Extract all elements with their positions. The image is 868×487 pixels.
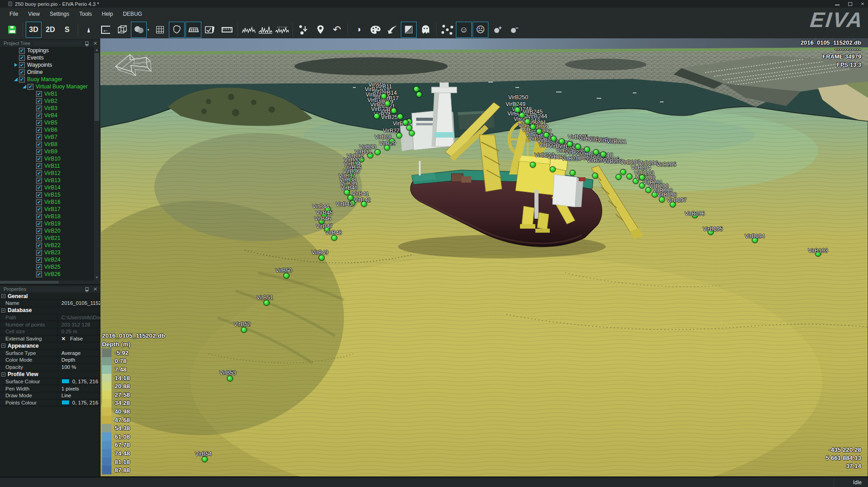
save-button[interactable] bbox=[4, 22, 20, 38]
buoy-marker-virb52[interactable] bbox=[241, 327, 247, 333]
property-value[interactable]: 100 % bbox=[58, 364, 100, 371]
property-value[interactable]: 0, 175, 216 bbox=[58, 400, 100, 406]
tree-item-toppings[interactable]: ✔Toppings bbox=[0, 47, 93, 54]
checkbox[interactable]: ✔ bbox=[36, 134, 42, 140]
property-row-cell-size[interactable]: Cell size0.25 m bbox=[0, 328, 100, 335]
back-view-button[interactable]: ← bbox=[97, 22, 113, 38]
tree-item-virb1[interactable]: ✔VirB1 bbox=[0, 90, 93, 97]
buoy-marker[interactable] bbox=[385, 101, 390, 106]
close-button[interactable]: ✕ bbox=[860, 1, 865, 7]
layers-dropdown-button[interactable]: ▾ bbox=[147, 22, 152, 38]
buoy-marker-virb28[interactable] bbox=[389, 138, 395, 144]
buoy-marker[interactable] bbox=[530, 162, 536, 168]
grid-button[interactable] bbox=[152, 22, 168, 38]
tree-item-virb24[interactable]: ✔VirB24 bbox=[0, 256, 93, 263]
buoy-marker-virb53[interactable] bbox=[227, 376, 233, 381]
buoy-marker-virb45[interactable] bbox=[321, 212, 327, 218]
scrollbar-thumb[interactable] bbox=[94, 53, 99, 121]
tree-item-virb9[interactable]: ✔VirB9 bbox=[0, 148, 93, 155]
buoy-marker[interactable] bbox=[550, 166, 556, 172]
checkbox[interactable]: ✔ bbox=[36, 106, 42, 111]
property-row-color-mode[interactable]: Color ModeDepth bbox=[0, 357, 100, 364]
menu-item-file[interactable]: File bbox=[5, 9, 23, 19]
buoy-marker[interactable] bbox=[600, 152, 606, 157]
buoy-marker[interactable] bbox=[584, 147, 590, 152]
pin-icon[interactable] bbox=[85, 287, 88, 291]
tree-item-virb12[interactable]: ✔VirB12 bbox=[0, 170, 93, 177]
property-value[interactable]: 0, 175, 216 bbox=[58, 378, 100, 385]
tree-item-virb18[interactable]: ✔VirB18 bbox=[0, 213, 93, 220]
property-value[interactable]: Line bbox=[58, 392, 100, 399]
pin-icon[interactable] bbox=[85, 41, 88, 46]
checkbox[interactable]: ✔ bbox=[36, 235, 42, 241]
property-value[interactable]: C:\Users\mfs\Documen bbox=[58, 314, 100, 321]
property-row-name[interactable]: Name2016_0105_115202.db bbox=[0, 300, 100, 307]
chevron-expanded-icon[interactable] bbox=[21, 85, 28, 88]
checkbox[interactable]: ✔ bbox=[36, 156, 42, 162]
tree-item-online[interactable]: ✔Online bbox=[0, 69, 93, 76]
tree-item-virb6[interactable]: ✔VirB6 bbox=[0, 126, 93, 133]
section-database[interactable]: −Database bbox=[0, 307, 100, 314]
ghost-button[interactable] bbox=[418, 22, 433, 38]
tree-item-virb14[interactable]: ✔VirB14 bbox=[0, 184, 93, 191]
view-3d-button[interactable]: 3D bbox=[26, 22, 42, 38]
tree-item-virb25[interactable]: ✔VirB25 bbox=[0, 263, 93, 271]
scatter-points-button[interactable] bbox=[439, 22, 455, 38]
scroll-up-icon[interactable]: ▲ bbox=[94, 47, 100, 53]
collapse-icon[interactable]: − bbox=[1, 372, 5, 377]
tree-item-virb5[interactable]: ✔VirB5 bbox=[0, 119, 93, 126]
buoy-marker-virb46[interactable] bbox=[319, 218, 325, 224]
buoy-marker-virb54[interactable] bbox=[202, 456, 208, 462]
buoy-marker-virb48[interactable] bbox=[331, 235, 337, 241]
checkbox[interactable]: ✔ bbox=[28, 84, 33, 90]
menu-item-settings[interactable]: Settings bbox=[45, 9, 74, 19]
buoy-marker-virb27[interactable] bbox=[396, 133, 402, 138]
tree-item-virb23[interactable]: ✔VirB23 bbox=[0, 249, 93, 256]
tree-vertical-scrollbar[interactable]: ▲ ▼ bbox=[94, 47, 100, 280]
property-value[interactable]: ✕False bbox=[58, 335, 100, 342]
buoy-marker[interactable] bbox=[374, 113, 380, 119]
buoy-marker[interactable] bbox=[403, 119, 408, 125]
section-appearance[interactable]: −Appearance bbox=[0, 342, 100, 349]
north-arrow-button[interactable]: ▲ bbox=[81, 22, 97, 38]
buoy-marker[interactable] bbox=[409, 130, 415, 136]
menu-item-view[interactable]: View bbox=[23, 9, 45, 19]
buoy-marker-virb198[interactable] bbox=[659, 197, 665, 202]
checkbox[interactable]: ✔ bbox=[36, 228, 42, 234]
property-row-points-colour[interactable]: Points Colour0, 175, 216 bbox=[0, 400, 100, 407]
checkbox[interactable]: ✔ bbox=[36, 142, 42, 147]
tree-item-virb15[interactable]: ✔VirB15 bbox=[0, 191, 93, 198]
buoy-marker-virb47[interactable] bbox=[324, 226, 330, 232]
buoy-marker-virb40[interactable] bbox=[344, 189, 350, 195]
tree-item-virb7[interactable]: ✔VirB7 bbox=[0, 133, 93, 141]
checkbox[interactable]: ✔ bbox=[36, 127, 42, 133]
buoy-marker[interactable] bbox=[530, 124, 536, 130]
tree-item-virb3[interactable]: ✔VirB3 bbox=[0, 105, 93, 112]
buoy-marker-virb199[interactable] bbox=[652, 192, 658, 198]
remove-point-button[interactable]: − bbox=[506, 22, 522, 38]
tree-item-virb11[interactable]: ✔VirB11 bbox=[0, 162, 93, 170]
buoy-marker-virb203[interactable] bbox=[627, 174, 632, 179]
buoy-marker-virb31[interactable] bbox=[367, 152, 373, 158]
property-value[interactable]: Average bbox=[58, 349, 100, 356]
checkbox[interactable]: ✔ bbox=[19, 55, 25, 61]
property-row-path[interactable]: PathC:\Users\mfs\Documen bbox=[0, 314, 100, 322]
checkbox[interactable]: ✔ bbox=[36, 257, 42, 263]
buoy-marker-virb42[interactable] bbox=[349, 200, 355, 206]
buoy-marker-virb202[interactable] bbox=[633, 178, 639, 184]
checkbox[interactable]: ✔ bbox=[36, 264, 42, 270]
buoy-marker-virb51[interactable] bbox=[264, 300, 269, 306]
tree-item-virb8[interactable]: ✔VirB8 bbox=[0, 141, 93, 148]
drop-point-button[interactable] bbox=[296, 22, 311, 38]
buoy-marker-virb49[interactable] bbox=[319, 255, 325, 261]
buoy-marker[interactable] bbox=[639, 175, 645, 180]
buoy-marker[interactable] bbox=[575, 144, 581, 150]
tree-item-events[interactable]: ✔Events bbox=[0, 54, 93, 61]
checkbox[interactable]: ✔ bbox=[36, 271, 42, 277]
add-point-button[interactable]: + bbox=[489, 22, 505, 38]
collapse-icon[interactable]: − bbox=[1, 344, 5, 348]
color-swatch[interactable] bbox=[61, 400, 70, 405]
brightness-button[interactable]: ◑ bbox=[351, 22, 367, 38]
checkbox[interactable]: ✔ bbox=[19, 69, 25, 75]
tree-item-virb17[interactable]: ✔VirB17 bbox=[0, 206, 93, 213]
